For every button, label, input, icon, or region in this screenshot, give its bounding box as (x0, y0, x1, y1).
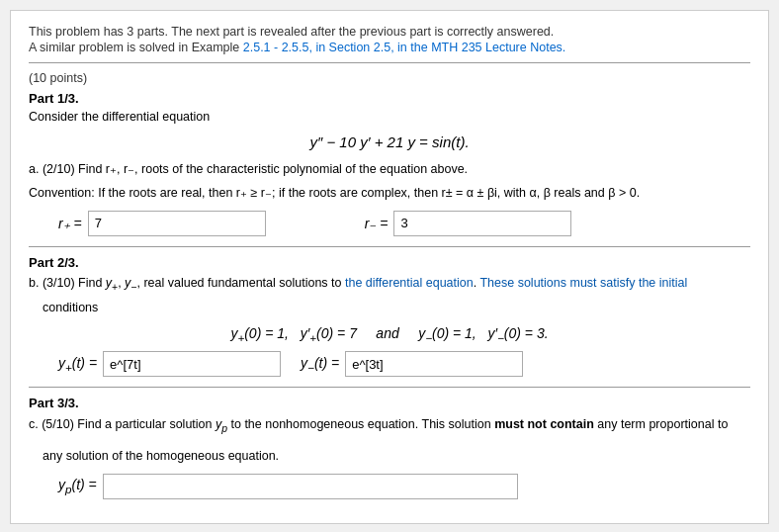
y-minus-group: y−(t) = (301, 351, 523, 377)
y-plus-group: y+(t) = (58, 351, 281, 377)
main-equation: y″ − 10 y′ + 21 y = sin(t). (29, 133, 750, 150)
problem-info: This problem has 3 parts. The next part … (29, 25, 750, 39)
convention-bold: Convention: (29, 186, 95, 200)
part2-conditions: conditions (43, 299, 750, 317)
part1-heading: Part 1/3. (29, 91, 750, 106)
part2-equation-display: y+(0) = 1, y′+(0) = 7 and y−(0) = 1, y′−… (29, 325, 750, 344)
part3-question: c. (5/10) Find a particular solution yp … (29, 414, 750, 437)
eq2-text: y+(0) = 1, y′+(0) = 7 and y−(0) = 1, y′−… (230, 325, 548, 341)
similar-text: A similar problem is solved in Example (29, 41, 243, 54)
question-a-text: a. (2/10) Find r₊, r₋, roots of the char… (29, 162, 468, 176)
part2-inputs: y+(t) = y−(t) = (58, 351, 750, 377)
part3-q-start: c. (5/10) Find a particular solution yp … (29, 417, 728, 431)
part1-description: Consider the differential equation (29, 110, 750, 124)
part3-section: Part 3/3. c. (5/10) Find a particular so… (29, 396, 750, 498)
part2-q-text1: b. (3/10) Find y+, y−, real valued funda… (29, 276, 687, 290)
part3-second-line: any solution of the homogeneous equation… (43, 446, 750, 466)
divider-1 (29, 62, 750, 63)
yp-input[interactable] (103, 474, 518, 499)
y-plus-label: y+(t) = (58, 355, 97, 374)
part2-question: b. (3/10) Find y+, y−, real valued funda… (29, 274, 750, 295)
part3-heading: Part 3/3. (29, 396, 750, 410)
part2-section: Part 2/3. b. (3/10) Find y+, y−, real va… (29, 255, 750, 378)
header-section: This problem has 3 parts. The next part … (29, 25, 750, 54)
similar-problem-line: A similar problem is solved in Example 2… (29, 41, 750, 54)
r-plus-group: r₊ = (58, 211, 266, 236)
yp-group: yp(t) = (58, 474, 518, 499)
conditions-text: conditions (43, 301, 98, 314)
y-minus-label: y−(t) = (301, 355, 339, 374)
r-minus-group: r₋ = (365, 211, 572, 236)
convention-detail: If the roots are real, then r₊ ≥ r₋; if … (95, 186, 640, 200)
r-minus-label: r₋ = (365, 216, 389, 231)
convention-text: Convention: If the roots are real, then … (29, 183, 750, 203)
r-minus-input[interactable] (393, 211, 571, 236)
y-minus-input[interactable] (345, 351, 523, 377)
part1-inputs: r₊ = r₋ = (58, 211, 750, 236)
part1-section: Part 1/3. Consider the differential equa… (29, 91, 750, 236)
part1-question: a. (2/10) Find r₊, r₋, roots of the char… (29, 160, 750, 179)
r-plus-input[interactable] (88, 211, 266, 236)
divider-3 (29, 387, 750, 388)
example-link[interactable]: 2.5.1 - 2.5.5, in Section 2.5, in the MT… (243, 41, 566, 54)
yp-label: yp(t) = (58, 477, 97, 495)
main-container: This problem has 3 parts. The next part … (10, 10, 769, 524)
r-plus-label: r₊ = (58, 216, 82, 231)
y-plus-input[interactable] (103, 351, 281, 377)
points-label: (10 points) (29, 71, 750, 85)
equation-text: y″ − 10 y′ + 21 y = sin(t). (309, 133, 469, 150)
part3-inputs: yp(t) = (58, 474, 750, 499)
divider-2 (29, 246, 750, 247)
part2-heading: Part 2/3. (29, 255, 750, 270)
